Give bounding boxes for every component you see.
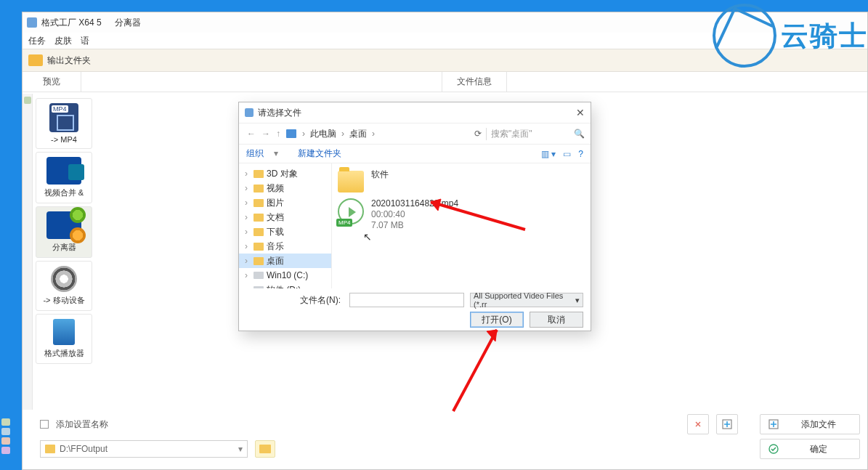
filename-input[interactable] [349, 293, 464, 307]
app-title: 格式工厂 X64 5 [41, 17, 102, 29]
tile-label: 视频合并 & [44, 188, 84, 197]
dialog-title-text: 请选择文件 [258, 107, 301, 119]
tab-preview[interactable]: 预览 [23, 72, 81, 92]
svg-line-6 [453, 330, 497, 411]
player-icon [53, 319, 75, 345]
tile-label: 格式播放器 [44, 349, 84, 357]
folder-icon [45, 445, 55, 453]
filetype-dropdown[interactable]: All Supported Video Files (*.rr ▾ [470, 293, 583, 307]
tree-drive-d[interactable]: ›软件 (D:) [239, 283, 331, 288]
nav-tree[interactable]: ›3D 对象 ›视频 ›图片 ›文档 ›下载 ›音乐 ›桌面 ›Win10 (C… [239, 163, 332, 288]
tile-mobile[interactable]: -> 移动设备 [36, 261, 92, 311]
file-x-icon [692, 418, 704, 430]
pc-icon [286, 129, 296, 138]
app-subtitle: 分离器 [115, 17, 141, 29]
view-options-button[interactable]: ▥ ▾ [541, 149, 556, 159]
chevron-right-icon: › [300, 129, 307, 139]
add-file-label: 添加文件 [785, 418, 852, 431]
tutorial-arrow-2-icon [443, 320, 508, 414]
nav-up-button[interactable]: ↑ [274, 129, 283, 139]
folder-name: 软件 [371, 169, 389, 179]
chevron-down-icon: ▾ [575, 296, 580, 305]
tree-desktop[interactable]: ›桌面 [239, 254, 331, 268]
tree-music[interactable]: ›音乐 [239, 239, 331, 254]
dialog-titlebar[interactable]: 请选择文件 ✕ [239, 102, 591, 123]
dialog-address-bar: ← → ↑ › 此电脑 › 桌面 › ⟳ 搜索"桌面" 🔍 [239, 123, 591, 145]
file-plus-icon [768, 418, 779, 430]
disc-icon [51, 266, 77, 292]
svg-marker-5 [431, 199, 441, 211]
tree-documents[interactable]: ›文档 [239, 210, 331, 224]
menu-lang[interactable]: 语 [81, 35, 89, 47]
menu-skin[interactable]: 皮肤 [54, 35, 72, 47]
dialog-body: ›3D 对象 ›视频 ›图片 ›文档 ›下载 ›音乐 ›桌面 ›Win10 (C… [239, 163, 591, 288]
refresh-button[interactable]: ⟳ [471, 129, 484, 139]
bottom-row-2: D:\FFOutput ▾ 确定 [40, 439, 860, 459]
bottom-row-1: 添加设置名称 添加文件 [40, 414, 860, 434]
mini-sidebar [23, 94, 33, 427]
chevron-right-icon: › [339, 129, 346, 139]
output-folder-button[interactable]: 输出文件夹 [47, 54, 91, 67]
tile-mp4[interactable]: -> MP4 [36, 98, 92, 149]
tile-splitter[interactable]: 分离器 [36, 206, 92, 258]
watermark-logo: 云骑士 [713, 4, 868, 68]
list-item-folder[interactable]: 软件 [338, 169, 585, 193]
dialog-toolbar: 组织▾ 新建文件夹 ▥ ▾ ▭ ? [239, 145, 591, 163]
cancel-button[interactable]: 取消 [530, 312, 583, 328]
browse-output-button[interactable] [255, 440, 275, 458]
preview-pane-button[interactable]: ▭ [563, 149, 571, 159]
app-icon [27, 17, 37, 28]
tab-fileinfo[interactable]: 文件信息 [442, 72, 507, 92]
tile-label: -> 移动设备 [43, 296, 84, 304]
output-path-text: D:\FFOutput [60, 444, 108, 454]
watermark-text: 云骑士 [781, 17, 868, 54]
mp4-badge: MP4 [336, 219, 352, 227]
tile-player[interactable]: 格式播放器 [36, 314, 92, 364]
file-open-dialog: 请选择文件 ✕ ← → ↑ › 此电脑 › 桌面 › ⟳ 搜索"桌面" 🔍 组织… [238, 102, 591, 331]
file-plus-icon [721, 418, 733, 430]
close-button[interactable]: ✕ [576, 107, 585, 118]
ok-button[interactable]: 确定 [760, 439, 860, 459]
splitter-icon [46, 211, 81, 239]
help-button[interactable]: ? [578, 149, 583, 159]
crumb-this-pc[interactable]: 此电脑 [309, 128, 338, 140]
remove-file-button[interactable] [687, 414, 709, 434]
folder-icon [28, 54, 43, 66]
nav-forward-button[interactable]: → [259, 129, 272, 139]
category-tiles: -> MP4 视频合并 & 分离器 -> 移动设备 格式播放器 [33, 94, 95, 427]
crumb-desktop[interactable]: 桌面 [348, 128, 368, 140]
chevron-right-icon: › [370, 129, 377, 139]
tree-videos[interactable]: ›视频 [239, 181, 331, 195]
tile-merge[interactable]: 视频合并 & [36, 152, 92, 203]
organize-menu[interactable]: 组织 [246, 148, 264, 158]
watermark-emblem-icon [713, 4, 776, 68]
tree-drive-c[interactable]: ›Win10 (C:) [239, 268, 331, 283]
dialog-bottom: 文件名(N): All Supported Video Files (*.rr … [239, 288, 591, 336]
new-folder-button[interactable]: 新建文件夹 [298, 148, 341, 158]
add-file-small-button[interactable] [716, 414, 738, 434]
tree-pictures[interactable]: ›图片 [239, 195, 331, 210]
svg-line-4 [431, 202, 525, 230]
add-file-button[interactable]: 添加文件 [760, 414, 860, 434]
mouse-cursor-icon: ↖ [363, 231, 372, 243]
tree-downloads[interactable]: ›下载 [239, 224, 331, 239]
bottom-bar: 添加设置名称 添加文件 D:\FFOutput ▾ 确定 [23, 410, 867, 469]
search-box[interactable]: 搜索"桌面" 🔍 [486, 128, 585, 140]
tile-label: -> MP4 [51, 135, 77, 144]
filename-label: 文件名(N): [300, 294, 341, 307]
tree-3d-objects[interactable]: ›3D 对象 [239, 166, 331, 181]
add-setting-checkbox[interactable] [40, 420, 49, 429]
merge-icon [46, 157, 81, 185]
nav-back-button[interactable]: ← [245, 129, 258, 139]
menu-task[interactable]: 任务 [28, 35, 46, 47]
output-path-combo[interactable]: D:\FFOutput ▾ [40, 440, 248, 458]
add-setting-label: 添加设置名称 [56, 418, 108, 431]
search-placeholder: 搜索"桌面" [491, 128, 532, 140]
chevron-down-icon: ▾ [238, 444, 243, 454]
tile-label: 分离器 [52, 243, 76, 251]
folder-icon [338, 171, 364, 193]
check-circle-icon [768, 443, 779, 455]
tutorial-arrow-1-icon [418, 195, 527, 231]
dialog-icon [245, 108, 253, 117]
ok-label: 确定 [785, 443, 852, 455]
